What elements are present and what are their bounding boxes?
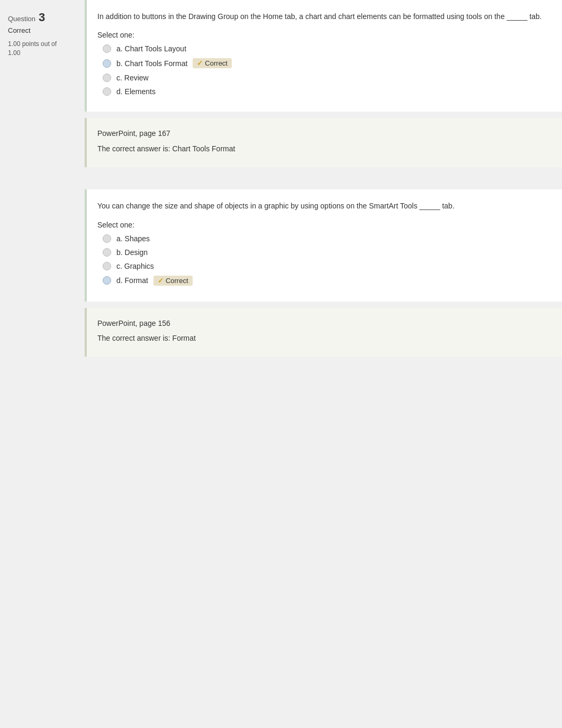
feedback-1-answer: The correct answer is: Chart Tools Forma…: [97, 143, 546, 154]
radio-a[interactable]: [103, 44, 111, 53]
radio-c2[interactable]: [103, 262, 111, 270]
question-2-block: You can change the size and shape of obj…: [85, 189, 562, 301]
feedback-1-reference: PowerPoint, page 167: [97, 128, 546, 139]
option-a2-label: a. Shapes: [116, 234, 150, 243]
question-2-options: a. Shapes b. Design c. Graphics d. Forma…: [103, 234, 546, 286]
feedback-2-block: PowerPoint, page 156 The correct answer …: [85, 308, 562, 357]
radio-d[interactable]: [103, 87, 111, 96]
list-item[interactable]: c. Graphics: [103, 262, 546, 270]
list-item[interactable]: b. Design: [103, 248, 546, 257]
list-item[interactable]: d. Elements: [103, 87, 546, 96]
points-info: 1.00 points out of 1.00: [8, 40, 77, 58]
option-b-label: b. Chart Tools Format: [116, 59, 187, 68]
correct-badge-2: Correct: [153, 276, 193, 286]
feedback-1-block: PowerPoint, page 167 The correct answer …: [85, 118, 562, 167]
radio-b2[interactable]: [103, 248, 111, 257]
list-item[interactable]: b. Chart Tools Format Correct: [103, 58, 546, 68]
question-1-block: In addition to buttons in the Drawing Gr…: [85, 0, 562, 112]
question-2-text: You can change the size and shape of obj…: [97, 200, 546, 212]
correct-badge: Correct: [193, 58, 232, 68]
question-label: Question: [8, 15, 35, 23]
radio-b[interactable]: [103, 59, 111, 68]
option-c-label: c. Review: [116, 74, 149, 82]
question-number: 3: [39, 11, 45, 24]
question-1-text: In addition to buttons in the Drawing Gr…: [97, 11, 546, 22]
radio-d2[interactable]: [103, 276, 111, 285]
option-b2-label: b. Design: [116, 248, 148, 257]
option-d2-label: d. Format: [116, 276, 148, 285]
option-d-label: d. Elements: [116, 87, 156, 96]
radio-c[interactable]: [103, 74, 111, 82]
sidebar: Question 3 Correct 1.00 points out of 1.…: [0, 0, 85, 728]
list-item[interactable]: c. Review: [103, 74, 546, 82]
feedback-2-reference: PowerPoint, page 156: [97, 317, 546, 329]
option-a-label: a. Chart Tools Layout: [116, 44, 186, 53]
list-item[interactable]: d. Format Correct: [103, 276, 546, 286]
question-1-options: a. Chart Tools Layout b. Chart Tools For…: [103, 44, 546, 96]
radio-a2[interactable]: [103, 234, 111, 243]
list-item[interactable]: a. Shapes: [103, 234, 546, 243]
question-2-select-label: Select one:: [97, 221, 546, 229]
question-1-select-label: Select one:: [97, 31, 546, 39]
main-content: In addition to buttons in the Drawing Gr…: [85, 0, 562, 728]
correct-status: Correct: [8, 26, 77, 34]
feedback-2-answer: The correct answer is: Format: [97, 332, 546, 344]
list-item[interactable]: a. Chart Tools Layout: [103, 44, 546, 53]
option-c2-label: c. Graphics: [116, 262, 154, 270]
